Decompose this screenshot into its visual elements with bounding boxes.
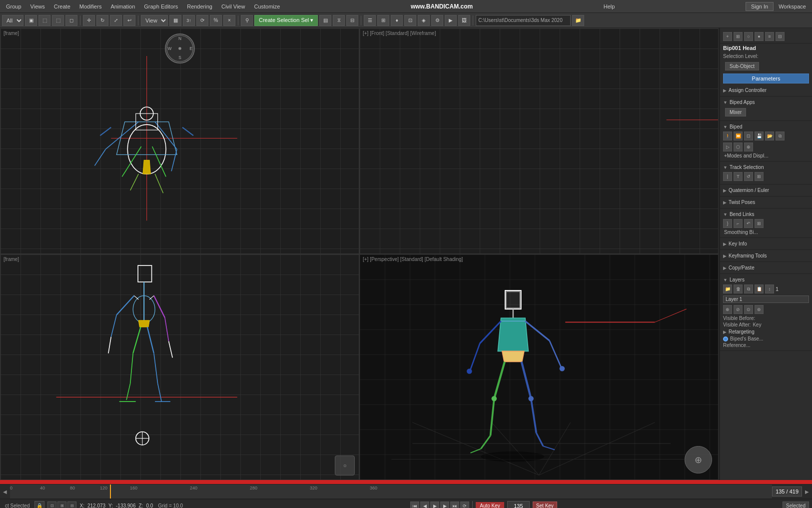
layer-action3[interactable]: ⊙: [744, 305, 753, 314]
menu-modifiers[interactable]: Modifiers: [75, 2, 106, 10]
track-selection-header[interactable]: ▼ Track Selection: [720, 164, 812, 171]
timeline-track[interactable]: 0 40 80 120 160 240 280 320 360: [10, 484, 772, 498]
scene-states-btn[interactable]: ⊞: [377, 15, 389, 26]
biped-morph-icon[interactable]: ⊡: [744, 132, 753, 140]
biped-fig-icon[interactable]: 🚶: [723, 132, 732, 140]
viewport-top-right[interactable]: [+] [Front] [Standard] [Wireframe] ≡: [359, 28, 719, 254]
selection-filter-dropdown[interactable]: All: [2, 15, 23, 26]
parameters-btn[interactable]: Parameters: [723, 74, 809, 84]
prev-frame-btn[interactable]: ◀: [420, 502, 429, 508]
layer-action2[interactable]: ⊘: [734, 305, 743, 314]
quaternion-header[interactable]: ▶ Quaternion / Euler: [720, 186, 812, 194]
track-icon1[interactable]: |: [723, 172, 732, 181]
select-lasso-btn[interactable]: ◻: [65, 15, 77, 26]
play-btn[interactable]: ▶: [430, 502, 439, 508]
signin-button[interactable]: Sign In: [746, 2, 774, 11]
layer-copy-icon[interactable]: ⧉: [744, 284, 753, 294]
filepath-browse-btn[interactable]: 📁: [572, 15, 584, 26]
render-btn[interactable]: ▶: [445, 15, 457, 26]
biped-save-icon[interactable]: 💾: [755, 132, 764, 140]
next-frame-btn[interactable]: ▶: [440, 502, 449, 508]
named-sel-btn[interactable]: ▤: [319, 15, 331, 26]
layer-name-input[interactable]: [723, 296, 809, 303]
panel-icon2[interactable]: ⊞: [734, 32, 743, 41]
biped-extra-icon[interactable]: ⊕: [744, 142, 753, 152]
snap2d-btn[interactable]: 3↑: [183, 15, 195, 26]
menu-customize[interactable]: Customize: [250, 2, 284, 10]
timeline-playhead[interactable]: [110, 484, 111, 498]
bend-icon2[interactable]: ⌐: [734, 219, 743, 228]
undo-btn[interactable]: ↩: [123, 15, 135, 26]
sub-object-btn[interactable]: Sub-Object: [725, 62, 759, 70]
mirror-btn[interactable]: ⧖: [333, 15, 345, 26]
menu-create[interactable]: Create: [50, 2, 74, 10]
layers-header[interactable]: ▼ Layers: [720, 276, 812, 284]
layer-action1[interactable]: ⊕: [723, 305, 732, 314]
retargeting-header[interactable]: ▶ Retargeting: [720, 328, 812, 336]
bend-links-header[interactable]: ▼ Bend Links: [720, 210, 812, 218]
biped-fps-icon[interactable]: ⏩: [734, 132, 743, 140]
menu-graph-editors[interactable]: Graph Editors: [140, 2, 182, 10]
coord-icon3[interactable]: ⊟: [67, 502, 76, 508]
track-icon4[interactable]: ⊞: [755, 172, 764, 181]
menu-animation[interactable]: Animation: [106, 2, 139, 10]
track-icon2[interactable]: T: [734, 172, 743, 181]
layer-action4[interactable]: ⊚: [755, 305, 764, 314]
panel-icon5[interactable]: ≡: [765, 32, 774, 41]
key-info-header[interactable]: ▶ Key Info: [720, 240, 812, 248]
twist-poses-header[interactable]: ▶ Twist Poses: [720, 198, 812, 206]
layer-del-icon[interactable]: 🗑: [734, 284, 743, 294]
panel-add-btn[interactable]: +: [723, 32, 732, 41]
next-key-btn[interactable]: ⏭: [450, 502, 459, 508]
layer-btn[interactable]: ☰: [364, 15, 376, 26]
copy-paste-header[interactable]: ▶ Copy/Paste: [720, 264, 812, 272]
timeline-forward-btn[interactable]: ▶: [802, 484, 812, 498]
menu-rendering[interactable]: Rendering: [183, 2, 216, 10]
biped-apps-header[interactable]: ▼ Biped Apps: [720, 98, 812, 106]
spinner-snap-btn[interactable]: ×: [223, 15, 235, 26]
layer-collapse-icon[interactable]: ↕: [765, 284, 774, 294]
material-editor-btn[interactable]: ◈: [418, 15, 430, 26]
bend-icon4[interactable]: ⊞: [755, 219, 764, 228]
biped-header[interactable]: ▼ Biped: [720, 123, 812, 130]
angle-snap-btn[interactable]: ⟳: [196, 15, 208, 26]
move-btn[interactable]: ✛: [83, 15, 95, 26]
lock-icon[interactable]: 🔒: [34, 501, 44, 508]
select-crossing-btn[interactable]: ⬚: [52, 15, 64, 26]
percent-snap-btn[interactable]: %: [210, 15, 222, 26]
layer-new-icon[interactable]: 📁: [723, 284, 732, 294]
biped-run-icon[interactable]: ⬡: [734, 142, 743, 152]
select-btn[interactable]: ▣: [25, 15, 37, 26]
snap-btn[interactable]: ▦: [169, 15, 181, 26]
rotate-btn[interactable]: ↻: [96, 15, 108, 26]
view-dropdown[interactable]: View: [141, 15, 168, 26]
mixer-btn[interactable]: Mixer: [725, 108, 746, 116]
create-selection-button[interactable]: Create Selection Sel ▾: [254, 15, 318, 26]
schematic-btn[interactable]: ⊡: [404, 15, 416, 26]
frame-number-input[interactable]: [507, 501, 530, 508]
viewport-bottom-right[interactable]: [+] [Perspective] [Standard] [Default Sh…: [359, 254, 719, 480]
prev-key-btn[interactable]: ⏮: [410, 502, 419, 508]
render-frame-btn[interactable]: 🖼: [458, 15, 470, 26]
bipeds-base-radio[interactable]: [723, 336, 728, 342]
align-btn[interactable]: ⊟: [346, 15, 358, 26]
panel-icon4[interactable]: ●: [755, 32, 764, 41]
track-icon3[interactable]: ↺: [744, 172, 753, 181]
menu-views[interactable]: Views: [26, 2, 49, 10]
select-region-btn[interactable]: ⬚: [38, 15, 50, 26]
render-setup-btn[interactable]: ⚙: [431, 15, 443, 26]
link-btn[interactable]: ⚲: [241, 15, 253, 26]
set-key-btn[interactable]: Set Key: [533, 502, 557, 508]
viewport-bottom-left[interactable]: [frame] ⊙: [0, 254, 359, 480]
keyframing-header[interactable]: ▶ Keyframing Tools: [720, 252, 812, 260]
autokey-btn[interactable]: Auto Key: [476, 502, 504, 508]
scale-btn[interactable]: ⤢: [110, 15, 122, 26]
menu-help[interactable]: Help: [600, 2, 619, 10]
assign-controller-header[interactable]: ▶ Assign Controller: [720, 86, 812, 94]
layer-paste-icon[interactable]: 📋: [755, 284, 764, 294]
bend-icon3[interactable]: ↶: [744, 219, 753, 228]
timeline-back-btn[interactable]: ◀: [0, 484, 10, 498]
panel-icon3[interactable]: ○: [744, 32, 753, 41]
viewport-top-left[interactable]: [frame] N S W E: [0, 28, 359, 254]
track-view-btn[interactable]: ♦: [391, 15, 403, 26]
